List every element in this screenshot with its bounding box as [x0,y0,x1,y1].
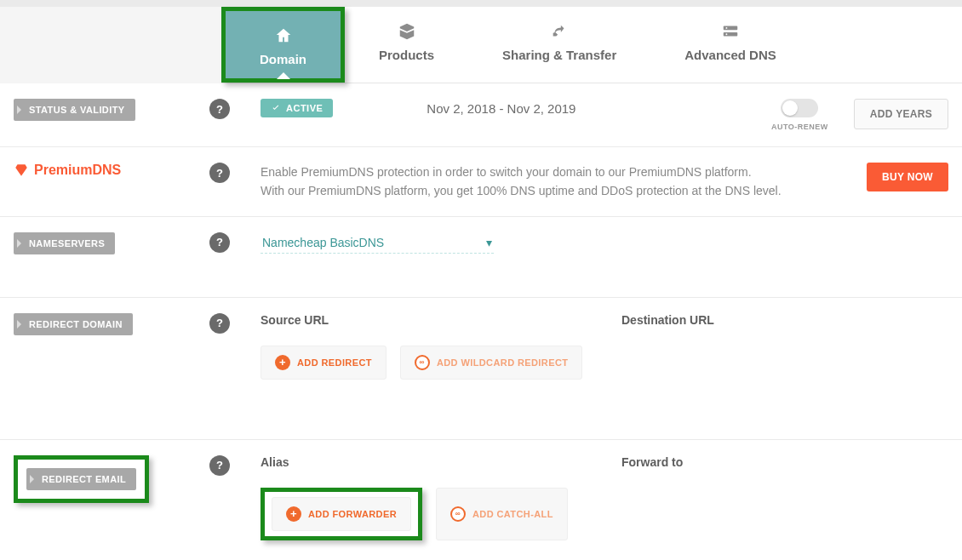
redirect-email-label: REDIRECT EMAIL [26,468,136,490]
premiumdns-brand: PremiumDNS [14,163,121,178]
plus-icon: + [275,355,290,370]
buy-now-button[interactable]: BUY NOW [867,163,948,191]
nameservers-select[interactable]: Namecheap BasicDNS ▾ [261,232,494,254]
redirect-email-row: REDIRECT EMAIL ? Alias Forward to + ADD … [0,440,962,560]
auto-renew-toggle[interactable] [781,99,818,117]
add-catch-all-button[interactable]: ∞ ADD CATCH-ALL [436,488,568,540]
tab-domain[interactable]: Domain [226,11,341,78]
source-url-header: Source URL [261,313,587,327]
nameservers-row: NAMESERVERS ? Namecheap BasicDNS ▾ [0,217,962,298]
validity-dates: Nov 2, 2018 - Nov 2, 2019 [427,101,575,116]
share-icon [502,22,616,41]
tab-label: Domain [260,52,306,66]
tab-bar: Domain Products Sharing & Transfer Advan… [221,7,962,83]
highlight-domain-tab: Domain [221,7,345,83]
nameservers-label: NAMESERVERS [14,232,115,254]
plus-icon: + [286,506,301,522]
forward-to-header: Forward to [621,455,948,469]
status-badge-text: ACTIVE [286,103,323,113]
tab-label: Sharing & Transfer [502,48,616,62]
help-redirect-email[interactable]: ? [209,455,230,476]
help-nameservers[interactable]: ? [209,232,230,253]
check-icon [271,103,281,113]
tab-products[interactable]: Products [345,7,468,83]
premium-desc-1: Enable PremiumDNS protection in order to… [261,163,850,181]
premium-desc-2: With our PremiumDNS platform, you get 10… [261,181,850,200]
server-icon [684,22,776,41]
svg-point-2 [726,27,728,29]
add-years-button[interactable]: ADD YEARS [854,99,948,129]
infinity-icon: ∞ [450,506,466,522]
svg-point-3 [726,33,728,35]
auto-renew-label: AUTO-RENEW [771,123,828,131]
premiumdns-row: PremiumDNS ? Enable PremiumDNS protectio… [0,147,962,217]
caret-down-icon: ▾ [486,236,492,249]
home-icon [260,26,306,45]
highlight-redirect-email-label: REDIRECT EMAIL [14,455,149,503]
tab-label: Advanced DNS [684,48,776,62]
help-premium[interactable]: ? [209,163,230,183]
svg-rect-1 [724,32,738,37]
add-wildcard-redirect-button[interactable]: ∞ ADD WILDCARD REDIRECT [400,346,582,380]
status-badge: ACTIVE [261,99,333,117]
redirect-domain-row: REDIRECT DOMAIN ? Source URL Destination… [0,298,962,440]
status-row: STATUS & VALIDITY ? ACTIVE Nov 2, 2018 -… [0,83,962,147]
diamond-icon [14,163,29,178]
svg-rect-0 [724,26,738,31]
help-status[interactable]: ? [209,99,230,119]
tab-advanced-dns[interactable]: Advanced DNS [650,7,810,83]
alias-header: Alias [261,455,587,469]
redirect-domain-label: REDIRECT DOMAIN [14,313,133,335]
highlight-add-forwarder: + ADD FORWARDER [261,488,422,540]
destination-url-header: Destination URL [621,313,948,327]
box-icon [379,22,434,41]
add-redirect-button[interactable]: + ADD REDIRECT [261,346,387,380]
status-label: STATUS & VALIDITY [14,99,135,121]
tab-sharing[interactable]: Sharing & Transfer [468,7,650,83]
add-forwarder-button[interactable]: + ADD FORWARDER [272,497,411,531]
infinity-icon: ∞ [415,355,430,370]
nameservers-value: Namecheap BasicDNS [262,236,384,249]
help-redirect-domain[interactable]: ? [209,313,230,334]
tab-label: Products [379,48,434,62]
